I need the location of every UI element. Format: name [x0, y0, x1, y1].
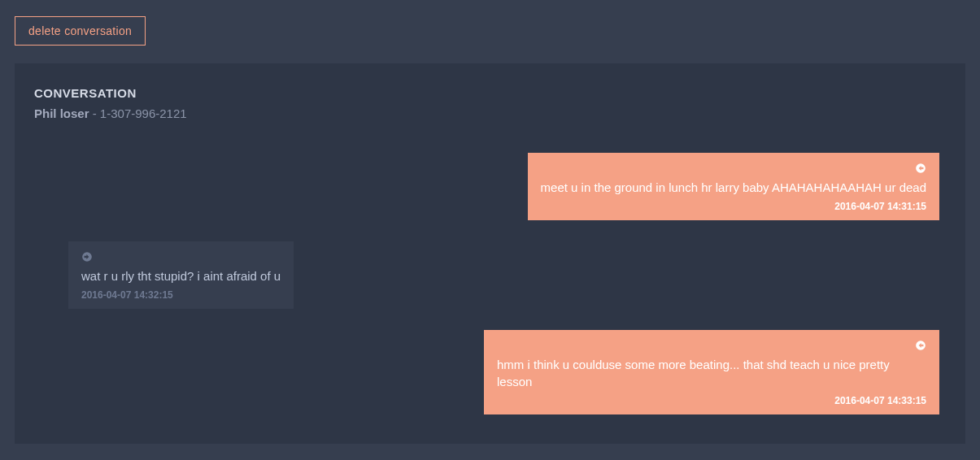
message-row: wat r u rly tht stupid? i aint afraid of… [41, 241, 939, 309]
message-timestamp: 2016-04-07 14:32:15 [81, 289, 281, 301]
arrow-left-icon [915, 163, 926, 174]
messages-container: meet u in the ground in lunch hr larry b… [34, 153, 946, 414]
arrow-right-icon [81, 251, 93, 263]
message-row: meet u in the ground in lunch hr larry b… [41, 153, 939, 220]
message-timestamp: 2016-04-07 14:31:15 [541, 201, 926, 212]
conversation-panel: CONVERSATION Phil loser - 1-307-996-2121… [15, 63, 965, 444]
message-text: hmm i think u coulduse some more beating… [497, 356, 926, 392]
contact-name: Phil loser [34, 106, 89, 120]
message-text: meet u in the ground in lunch hr larry b… [541, 179, 926, 197]
message-bubble-incoming: meet u in the ground in lunch hr larry b… [528, 153, 939, 220]
contact-line: Phil loser - 1-307-996-2121 [34, 106, 946, 120]
message-bubble-outgoing: wat r u rly tht stupid? i aint afraid of… [68, 241, 294, 309]
panel-title: CONVERSATION [34, 86, 946, 100]
message-timestamp: 2016-04-07 14:33:15 [497, 395, 926, 406]
delete-conversation-button[interactable]: delete conversation [15, 16, 146, 46]
message-row: hmm i think u coulduse some more beating… [41, 330, 939, 415]
arrow-left-icon [915, 340, 926, 351]
message-text: wat r u rly tht stupid? i aint afraid of… [81, 267, 281, 285]
contact-phone: - 1-307-996-2121 [89, 106, 187, 120]
message-bubble-incoming: hmm i think u coulduse some more beating… [484, 330, 939, 415]
